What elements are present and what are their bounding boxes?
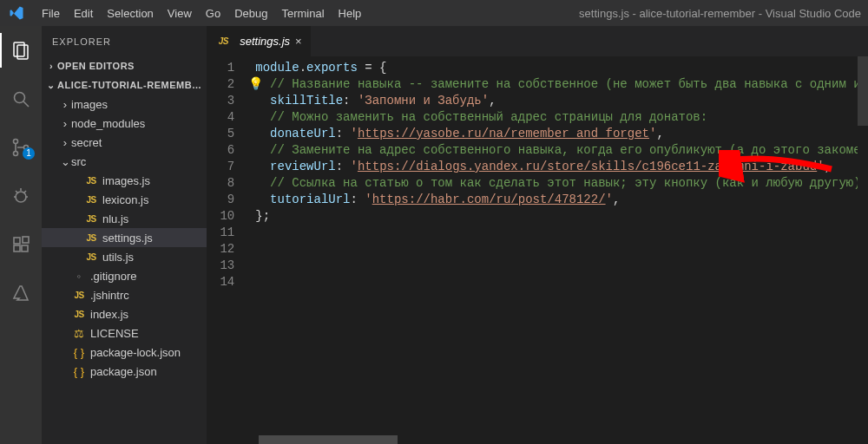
title-bar: FileEditSelectionViewGoDebugTerminalHelp… (0, 0, 868, 26)
editor-body[interactable]: 1234567891011121314 module.exports = { /… (207, 56, 868, 444)
menu-go[interactable]: Go (199, 3, 227, 23)
folder-secret[interactable]: ›secret (42, 133, 207, 152)
open-editors-section[interactable]: › OPEN EDITORS (42, 56, 207, 75)
code-line[interactable]: // Замените на адрес собственного навыка… (255, 142, 868, 159)
file-lexicon-js[interactable]: JSlexicon.js (42, 190, 207, 209)
folder-src[interactable]: ⌄src (42, 152, 207, 171)
svg-point-2 (15, 93, 25, 103)
menu-debug[interactable]: Debug (227, 3, 274, 23)
svg-line-10 (16, 191, 18, 193)
code-line[interactable]: donateUrl: 'https://yasobe.ru/na/remembe… (255, 126, 868, 142)
file-tree: ›images›node_modules›secret⌄srcJSimages.… (42, 95, 207, 444)
menu-edit[interactable]: Edit (67, 3, 100, 23)
svg-rect-15 (22, 245, 28, 251)
file-nlu-js[interactable]: JSnlu.js (42, 209, 207, 228)
editor-group: JS settings.js × 1234567891011121314 mod… (207, 26, 868, 444)
folder-node-modules[interactable]: ›node_modules (42, 114, 207, 133)
svg-point-4 (14, 140, 18, 144)
code-line[interactable]: // Можно заменить на собственный адрес с… (255, 109, 868, 126)
activity-explorer-icon[interactable] (0, 33, 42, 68)
close-icon[interactable]: × (295, 35, 302, 48)
chevron-right-icon: › (45, 61, 57, 71)
project-label: ALICE-TUTORIAL-REMEMB… (57, 80, 202, 90)
code-line[interactable]: }; (255, 208, 868, 225)
activity-bar: 1 (0, 26, 42, 444)
menu-terminal[interactable]: Terminal (274, 3, 331, 23)
explorer-title: EXPLORER (42, 26, 207, 56)
menu-help[interactable]: Help (332, 3, 369, 23)
activity-debug-icon[interactable] (0, 179, 42, 213)
menu-selection[interactable]: Selection (100, 3, 160, 23)
file-settings-js[interactable]: JSsettings.js (42, 228, 207, 247)
chevron-down-icon: ⌄ (45, 80, 57, 91)
editor-tabs: JS settings.js × (207, 26, 868, 56)
file-package-json[interactable]: { }package.json (42, 362, 207, 381)
code-line[interactable]: skillTitle: 'Запомни и Забудь', (255, 93, 868, 109)
svg-line-11 (23, 191, 26, 193)
code-line[interactable]: tutorialUrl: 'https://habr.com/ru/post/4… (255, 192, 868, 208)
window-title: settings.js - alice-tutorial-remember - … (372, 7, 861, 20)
lightbulb-icon[interactable]: 💡 (248, 76, 263, 91)
minimap-scrollbar[interactable] (858, 56, 868, 444)
tab-label: settings.js (240, 35, 290, 48)
file-images-js[interactable]: JSimages.js (42, 171, 207, 190)
code-line[interactable]: // Ссылка на статью о том как сделать эт… (255, 175, 868, 192)
file-utils-js[interactable]: JSutils.js (42, 247, 207, 266)
project-section[interactable]: ⌄ ALICE-TUTORIAL-REMEMB… (42, 75, 207, 95)
activity-search-icon[interactable] (0, 82, 42, 116)
svg-rect-13 (14, 238, 20, 244)
svg-line-3 (23, 101, 29, 107)
open-editors-label: OPEN EDITORS (57, 61, 135, 71)
menu-file[interactable]: File (35, 3, 67, 23)
file-license[interactable]: ⚖LICENSE (42, 323, 207, 343)
activity-source-control-icon[interactable]: 1 (0, 130, 42, 165)
activity-azure-icon[interactable] (0, 276, 42, 310)
main-menu: FileEditSelectionViewGoDebugTerminalHelp (35, 3, 368, 23)
svg-rect-14 (14, 245, 20, 251)
activity-extensions-icon[interactable] (0, 227, 42, 262)
horizontal-scrollbar[interactable] (207, 435, 868, 444)
code-line[interactable]: // Название навыка -- замените на собств… (255, 76, 868, 93)
svg-rect-16 (23, 237, 29, 243)
svg-point-5 (14, 152, 18, 156)
line-gutter: 1234567891011121314 (207, 56, 247, 444)
file-package-lock-json[interactable]: { }package-lock.json (42, 343, 207, 362)
source-control-badge: 1 (23, 147, 35, 160)
tab-settings-js[interactable]: JS settings.js × (207, 26, 311, 56)
code-line[interactable]: reviewUrl: 'https://dialogs.yandex.ru/st… (255, 159, 868, 175)
file--gitignore[interactable]: ◦.gitignore (42, 266, 207, 285)
js-file-icon: JS (215, 36, 231, 46)
folder-images[interactable]: ›images (42, 95, 207, 114)
menu-view[interactable]: View (161, 3, 199, 23)
explorer-sidebar: EXPLORER › OPEN EDITORS ⌄ ALICE-TUTORIAL… (42, 26, 207, 444)
vscode-logo-icon (9, 5, 24, 21)
code-area[interactable]: module.exports = { // Название навыка --… (247, 56, 868, 444)
file-index-js[interactable]: JSindex.js (42, 304, 207, 323)
code-line[interactable]: module.exports = { (255, 60, 868, 76)
file--jshintrc[interactable]: JS.jshintrc (42, 285, 207, 304)
